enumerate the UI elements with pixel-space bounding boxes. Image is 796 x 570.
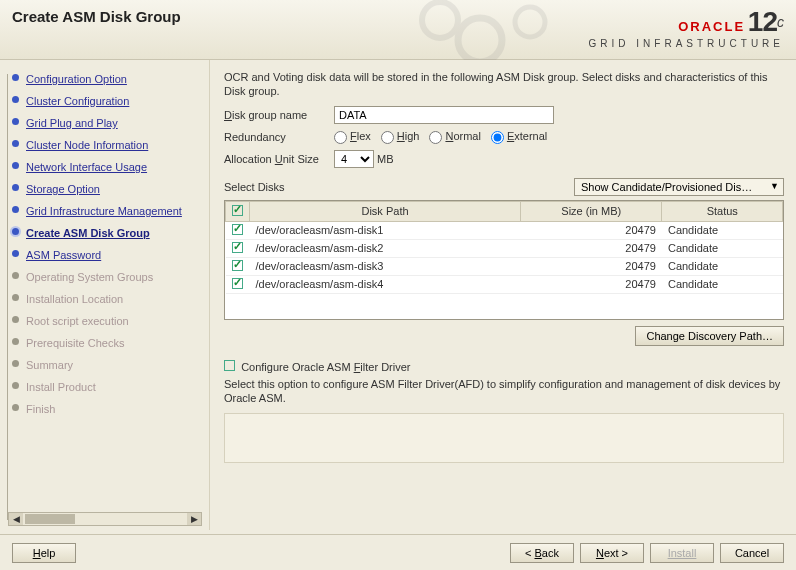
product-name: GRID INFRASTRUCTURE xyxy=(589,38,784,49)
table-header-3[interactable]: Status xyxy=(662,201,783,221)
redundancy-radio[interactable] xyxy=(381,131,394,144)
main-content: OCR and Voting disk data will be stored … xyxy=(210,60,796,530)
redundancy-radio[interactable] xyxy=(491,131,504,144)
sidebar-item-label[interactable]: Network Interface Usage xyxy=(26,161,147,173)
sidebar-item-label: Root script execution xyxy=(26,315,129,327)
sidebar-item-12: Prerequisite Checks xyxy=(8,332,209,354)
afd-checkbox-label: Configure Oracle ASM Filter Driver xyxy=(241,361,410,373)
disk-path-cell: /dev/oracleasm/asm-disk2 xyxy=(250,239,521,257)
diskgroup-label: Disk group name xyxy=(224,109,334,121)
sidebar-item-8[interactable]: ASM Password xyxy=(8,244,209,266)
sidebar-item-3[interactable]: Cluster Node Information xyxy=(8,134,209,156)
help-button[interactable]: Help xyxy=(12,543,76,563)
sidebar-item-label: Install Product xyxy=(26,381,96,393)
sidebar-item-label[interactable]: Grid Infrastructure Management xyxy=(26,205,182,217)
sidebar-item-2[interactable]: Grid Plug and Play xyxy=(8,112,209,134)
redundancy-radios: FlexHighNormalExternal xyxy=(334,130,557,144)
sidebar-item-14: Install Product xyxy=(8,376,209,398)
version-suffix: c xyxy=(777,14,784,30)
redundancy-option-flex[interactable]: Flex xyxy=(334,130,371,142)
sidebar-scrollbar[interactable]: ◀ ▶ xyxy=(8,512,202,526)
disk-status-cell: Candidate xyxy=(662,257,783,275)
au-unit: MB xyxy=(377,153,394,165)
footer: Help < Back Next > Install Cancel xyxy=(0,534,796,570)
cancel-button[interactable]: Cancel xyxy=(720,543,784,563)
brand-text: ORACLE xyxy=(678,19,745,34)
sidebar-item-label: Finish xyxy=(26,403,55,415)
sidebar-item-5[interactable]: Storage Option xyxy=(8,178,209,200)
select-all-checkbox[interactable] xyxy=(232,205,243,216)
disk-size-cell: 20479 xyxy=(521,257,662,275)
sidebar-item-label[interactable]: Create ASM Disk Group xyxy=(26,227,150,239)
row-checkbox[interactable] xyxy=(232,224,243,235)
sidebar-item-label: Operating System Groups xyxy=(26,271,153,283)
table-row[interactable]: /dev/oracleasm/asm-disk220479Candidate xyxy=(226,239,783,257)
redundancy-option-high[interactable]: High xyxy=(381,130,420,142)
disk-filter-combo[interactable]: Show Candidate/Provisioned Dis… xyxy=(574,178,784,196)
wizard-sidebar: Configuration OptionCluster Configuratio… xyxy=(0,60,210,530)
oracle-logo: ORACLE 12c GRID INFRASTRUCTURE xyxy=(589,6,784,49)
redundancy-option-external[interactable]: External xyxy=(491,130,547,142)
sidebar-item-13: Summary xyxy=(8,354,209,376)
sidebar-item-label: Prerequisite Checks xyxy=(26,337,124,349)
sidebar-item-11: Root script execution xyxy=(8,310,209,332)
header: Create ASM Disk Group ORACLE 12c GRID IN… xyxy=(0,0,796,60)
redundancy-option-normal[interactable]: Normal xyxy=(429,130,480,142)
svg-point-0 xyxy=(422,2,458,38)
scroll-left-icon[interactable]: ◀ xyxy=(9,513,23,525)
row-checkbox[interactable] xyxy=(232,260,243,271)
sidebar-item-label: Installation Location xyxy=(26,293,123,305)
sidebar-item-1[interactable]: Cluster Configuration xyxy=(8,90,209,112)
sidebar-item-6[interactable]: Grid Infrastructure Management xyxy=(8,200,209,222)
row-checkbox[interactable] xyxy=(232,242,243,253)
table-row[interactable]: /dev/oracleasm/asm-disk420479Candidate xyxy=(226,275,783,293)
install-button: Install xyxy=(650,543,714,563)
disk-path-cell: /dev/oracleasm/asm-disk4 xyxy=(250,275,521,293)
au-label: Allocation Unit Size xyxy=(224,153,334,165)
sidebar-item-0[interactable]: Configuration Option xyxy=(8,68,209,90)
table-row[interactable]: /dev/oracleasm/asm-disk320479Candidate xyxy=(226,257,783,275)
sidebar-item-10: Installation Location xyxy=(8,288,209,310)
sidebar-item-label: Summary xyxy=(26,359,73,371)
sidebar-item-9: Operating System Groups xyxy=(8,266,209,288)
sidebar-item-15: Finish xyxy=(8,398,209,420)
disk-status-cell: Candidate xyxy=(662,221,783,239)
sidebar-item-label[interactable]: Configuration Option xyxy=(26,73,127,85)
sidebar-item-label[interactable]: Grid Plug and Play xyxy=(26,117,118,129)
row-checkbox[interactable] xyxy=(232,278,243,289)
diskgroup-name-input[interactable] xyxy=(334,106,554,124)
disk-path-cell: /dev/oracleasm/asm-disk3 xyxy=(250,257,521,275)
disk-status-cell: Candidate xyxy=(662,239,783,257)
sidebar-item-4[interactable]: Network Interface Usage xyxy=(8,156,209,178)
disk-size-cell: 20479 xyxy=(521,239,662,257)
afd-checkbox-row[interactable]: Configure Oracle ASM Filter Driver xyxy=(224,361,410,373)
version-main: 12 xyxy=(748,6,777,37)
back-button[interactable]: < Back xyxy=(510,543,574,563)
disk-status-cell: Candidate xyxy=(662,275,783,293)
change-discovery-path-button[interactable]: Change Discovery Path… xyxy=(635,326,784,346)
table-header-2[interactable]: Size (in MB) xyxy=(521,201,662,221)
disk-path-cell: /dev/oracleasm/asm-disk1 xyxy=(250,221,521,239)
sidebar-item-label[interactable]: Storage Option xyxy=(26,183,100,195)
svg-point-1 xyxy=(458,18,502,60)
redundancy-radio[interactable] xyxy=(334,131,347,144)
table-header-0[interactable] xyxy=(226,201,250,221)
sidebar-item-7[interactable]: Create ASM Disk Group xyxy=(8,222,209,244)
intro-text: OCR and Voting disk data will be stored … xyxy=(224,70,784,98)
scroll-thumb[interactable] xyxy=(25,514,75,524)
svg-point-2 xyxy=(515,7,545,37)
redundancy-radio[interactable] xyxy=(429,131,442,144)
afd-checkbox[interactable] xyxy=(224,360,235,371)
au-size-select[interactable]: 4 xyxy=(334,150,374,168)
sidebar-item-label[interactable]: Cluster Node Information xyxy=(26,139,148,151)
sidebar-item-label[interactable]: ASM Password xyxy=(26,249,101,261)
disks-table[interactable]: Disk PathSize (in MB)Status /dev/oraclea… xyxy=(224,200,784,320)
select-disks-label: Select Disks xyxy=(224,181,285,193)
table-header-1[interactable]: Disk Path xyxy=(250,201,521,221)
next-button[interactable]: Next > xyxy=(580,543,644,563)
gears-icon xyxy=(400,0,600,60)
afd-description: Select this option to configure ASM Filt… xyxy=(224,377,784,405)
scroll-right-icon[interactable]: ▶ xyxy=(187,513,201,525)
table-row[interactable]: /dev/oracleasm/asm-disk120479Candidate xyxy=(226,221,783,239)
sidebar-item-label[interactable]: Cluster Configuration xyxy=(26,95,129,107)
